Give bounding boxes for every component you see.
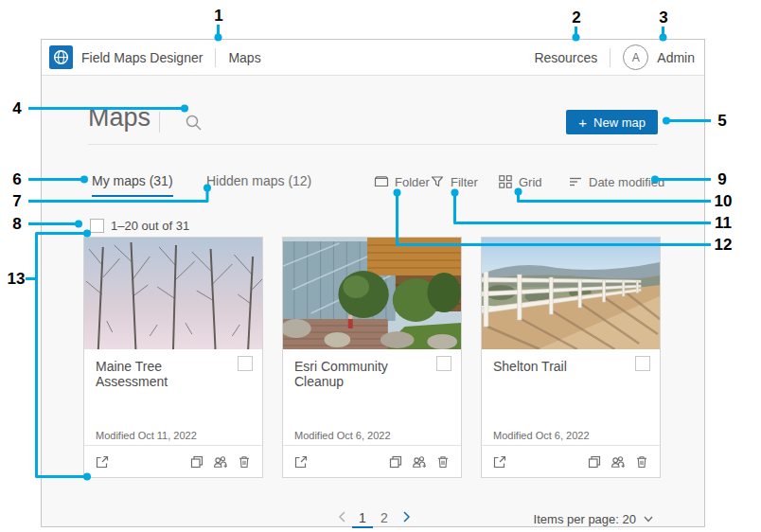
card-modified-date: Modified Oct 11, 2022	[96, 430, 197, 441]
share-group-icon[interactable]	[412, 454, 427, 470]
folder-control[interactable]: Folder	[374, 174, 430, 189]
card-footer	[482, 445, 660, 477]
grid-icon	[498, 174, 513, 189]
selection-count-label: 1–20 out of 31	[111, 219, 189, 233]
page-next-button[interactable]	[398, 510, 415, 531]
app-title: Field Maps Designer	[81, 50, 203, 65]
card-title: Shelton Trail	[493, 359, 626, 374]
field-maps-designer-window: Field Maps Designer Maps Resources A Adm…	[41, 39, 705, 527]
open-map-icon[interactable]	[95, 454, 110, 470]
callout-label-6: 6	[4, 171, 30, 187]
chevron-right-icon	[402, 511, 411, 523]
map-card-shelton-trail[interactable]: Shelton Trail Modified Oct 6, 2022	[481, 237, 661, 478]
callout-label-5: 5	[709, 113, 735, 129]
map-card-esri-community-cleanup[interactable]: Esri Community Cleanup Modified Oct 6, 2…	[282, 237, 462, 478]
tab-my-maps[interactable]: My maps (31)	[92, 173, 173, 197]
card-checkbox[interactable]	[436, 356, 451, 371]
page-previous-button[interactable]	[333, 510, 350, 531]
callout-label-2: 2	[563, 9, 590, 26]
user-menu[interactable]: Admin	[657, 50, 695, 65]
card-modified-date: Modified Oct 6, 2022	[493, 430, 590, 441]
chevron-down-icon	[644, 516, 653, 523]
share-group-icon[interactable]	[213, 454, 228, 470]
chevron-left-icon	[338, 511, 346, 523]
callout-label-12: 12	[710, 237, 736, 253]
page-2-button[interactable]: 2	[376, 510, 393, 531]
avatar[interactable]: A	[623, 44, 648, 70]
folder-icon	[374, 174, 389, 189]
callout-label-1: 1	[205, 8, 232, 24]
app-header: Field Maps Designer Maps Resources A Adm…	[42, 40, 704, 76]
new-map-label: New map	[593, 115, 646, 130]
card-title: Maine Tree Assessment	[96, 359, 228, 389]
callout-label-7: 7	[4, 193, 30, 209]
filter-label: Filter	[451, 175, 478, 189]
card-footer	[283, 445, 461, 477]
card-title: Esri Community Cleanup	[294, 359, 427, 389]
esri-logo-icon	[49, 45, 73, 69]
delete-icon[interactable]	[237, 454, 252, 470]
nav-maps[interactable]: Maps	[228, 50, 260, 65]
card-thumbnail-winter-trees	[84, 238, 262, 349]
active-page-underline	[352, 526, 373, 528]
sort-control[interactable]: Date modified	[568, 174, 664, 189]
page-title: Maps	[88, 103, 150, 133]
sort-lines-icon	[568, 174, 583, 189]
folder-label: Folder	[395, 175, 430, 189]
share-group-icon[interactable]	[611, 454, 626, 470]
callout-label-8: 8	[4, 216, 30, 232]
card-footer	[84, 445, 262, 477]
callout-label-10: 10	[710, 193, 736, 209]
filter-control[interactable]: Filter	[430, 174, 478, 189]
annotated-screenshot: Field Maps Designer Maps Resources A Adm…	[0, 0, 761, 532]
card-modified-date: Modified Oct 6, 2022	[294, 430, 391, 441]
duplicate-icon[interactable]	[587, 454, 602, 470]
map-card-maine-tree-assessment[interactable]: Maine Tree Assessment Modified Oct 11, 2…	[83, 237, 263, 478]
callout-label-9: 9	[709, 171, 735, 187]
plus-icon: +	[578, 115, 587, 130]
title-rule	[88, 144, 658, 145]
grid-label: Grid	[519, 175, 542, 189]
items-per-page-label: Items per page: 20	[534, 512, 636, 526]
title-divider	[159, 112, 160, 133]
callout-label-3: 3	[650, 9, 677, 26]
filter-icon	[430, 174, 445, 189]
open-map-icon[interactable]	[492, 454, 507, 470]
tab-hidden-maps[interactable]: Hidden maps (12)	[206, 173, 311, 195]
open-map-icon[interactable]	[293, 454, 309, 470]
select-all-checkbox[interactable]	[90, 219, 104, 233]
card-thumbnail-campus	[283, 238, 461, 349]
grid-view-control[interactable]: Grid	[498, 174, 542, 189]
duplicate-icon[interactable]	[388, 454, 403, 470]
callout-label-13: 13	[3, 271, 29, 287]
card-thumbnail-trail-fence	[482, 238, 660, 349]
sort-label: Date modified	[589, 175, 664, 189]
resources-link[interactable]: Resources	[534, 50, 597, 65]
delete-icon[interactable]	[435, 454, 451, 470]
search-icon[interactable]	[185, 114, 203, 132]
card-checkbox[interactable]	[635, 356, 650, 371]
duplicate-icon[interactable]	[189, 454, 204, 470]
items-per-page-select[interactable]: Items per page: 20	[534, 512, 653, 526]
callout-label-4: 4	[4, 100, 30, 116]
new-map-button[interactable]: + New map	[566, 110, 658, 134]
delete-icon[interactable]	[634, 454, 649, 470]
header-divider	[215, 48, 216, 67]
header-divider	[610, 48, 611, 67]
card-checkbox[interactable]	[238, 356, 253, 371]
callout-label-11: 11	[710, 215, 736, 231]
